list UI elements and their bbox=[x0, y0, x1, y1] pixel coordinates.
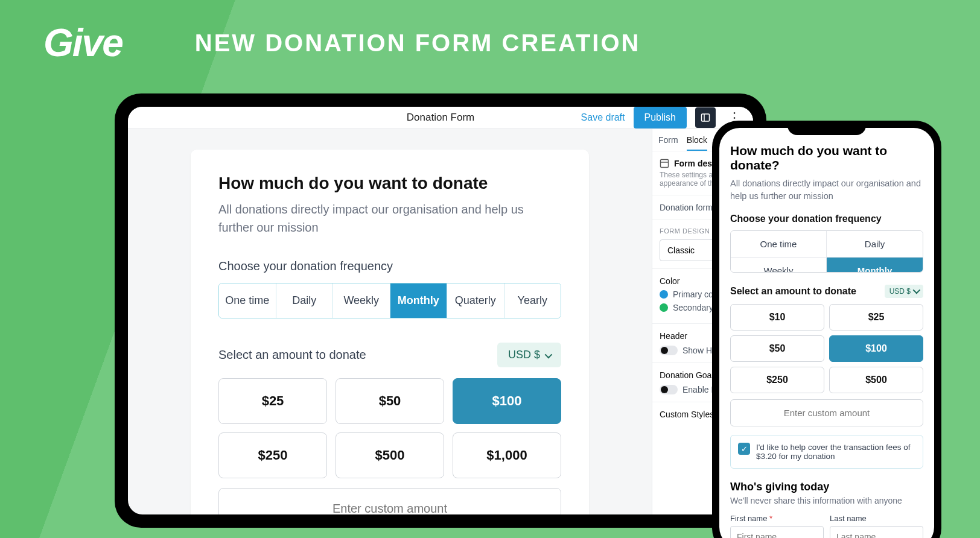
give-logo: Give bbox=[43, 21, 122, 65]
amount-option[interactable]: $1,000 bbox=[453, 432, 561, 478]
phone-freq-label: Choose your donation frequency bbox=[730, 214, 923, 224]
first-name-label: First name * bbox=[730, 514, 824, 523]
tab-block[interactable]: Block bbox=[687, 135, 707, 151]
phone-frequency-selector: One timeDailyWeeklyMonthlyQuaterlyYearly bbox=[730, 230, 923, 273]
publish-button[interactable]: Publish bbox=[634, 107, 687, 128]
last-name-input[interactable] bbox=[830, 526, 923, 538]
phone-amount-option[interactable]: $250 bbox=[730, 367, 824, 393]
transaction-fee-box[interactable]: ✓ I'd like to help cover the transaction… bbox=[730, 435, 923, 469]
panel-icon bbox=[701, 113, 710, 122]
who-giving-title: Who's giving today bbox=[730, 481, 923, 493]
editor-topbar: Donation Form Save draft Publish ⋮ bbox=[128, 107, 753, 129]
amount-option[interactable]: $250 bbox=[218, 432, 327, 478]
hero-title: NEW DONATION FORM CREATION bbox=[195, 30, 641, 57]
primary-swatch bbox=[660, 290, 668, 299]
freq-option-monthly[interactable]: Monthly bbox=[390, 283, 448, 318]
enable-goals-toggle[interactable] bbox=[660, 385, 678, 394]
check-icon: ✓ bbox=[741, 445, 748, 454]
phone-sub: All donations directly impact our organi… bbox=[730, 177, 923, 203]
amount-option[interactable]: $500 bbox=[336, 432, 444, 478]
first-name-input[interactable] bbox=[730, 526, 824, 538]
who-giving-sub: We'll never share this information with … bbox=[730, 496, 923, 505]
frequency-selector: One timeDailyWeeklyMonthlyQuaterlyYearly bbox=[218, 283, 561, 318]
phone-amount-option[interactable]: $10 bbox=[730, 304, 824, 331]
show-header-toggle[interactable] bbox=[660, 346, 678, 355]
fee-text: I'd like to help cover the transaction f… bbox=[756, 443, 915, 461]
chevron-down-icon bbox=[913, 287, 918, 296]
form-canvas: How much do you want to donate All donat… bbox=[128, 129, 652, 514]
phone-freq-option-one-time[interactable]: One time bbox=[731, 231, 827, 257]
layout-icon bbox=[660, 159, 669, 168]
freq-option-one-time[interactable]: One time bbox=[219, 283, 276, 318]
phone-amount-option[interactable]: $25 bbox=[829, 304, 923, 331]
phone-amount-label: Select an amount to donate bbox=[730, 286, 856, 297]
phone-custom-amount-input[interactable] bbox=[730, 399, 923, 426]
phone-amount-selector: $10$25$50$100$250$500 bbox=[730, 304, 923, 393]
amount-label: Select an amount to donate bbox=[218, 348, 366, 362]
amount-option[interactable]: $50 bbox=[336, 378, 444, 424]
phone-heading: How much do you want to donate? bbox=[730, 144, 923, 172]
amount-selector: $25$50$100$250$500$1,000 bbox=[218, 378, 561, 478]
freq-option-yearly[interactable]: Yearly bbox=[504, 283, 561, 318]
save-draft-button[interactable]: Save draft bbox=[581, 112, 625, 123]
tab-form[interactable]: Form bbox=[658, 135, 678, 151]
svg-rect-0 bbox=[702, 114, 710, 121]
panel-toggle-button[interactable] bbox=[695, 107, 716, 128]
custom-amount-input[interactable] bbox=[218, 488, 561, 514]
phone-freq-option-monthly[interactable]: Monthly bbox=[827, 258, 923, 273]
phone-freq-option-weekly[interactable]: Weekly bbox=[731, 258, 827, 273]
tablet-screen: Donation Form Save draft Publish ⋮ How m… bbox=[128, 107, 753, 514]
svg-rect-2 bbox=[661, 160, 669, 168]
phone-amount-option[interactable]: $500 bbox=[829, 367, 923, 393]
amount-option[interactable]: $100 bbox=[453, 378, 561, 424]
phone-amount-option[interactable]: $100 bbox=[829, 335, 923, 362]
tablet-device: Donation Form Save draft Publish ⋮ How m… bbox=[115, 93, 766, 528]
currency-value: USD $ bbox=[508, 349, 540, 361]
chevron-down-icon bbox=[545, 349, 550, 361]
freq-option-weekly[interactable]: Weekly bbox=[333, 283, 390, 318]
hero-header: Give NEW DONATION FORM CREATION bbox=[43, 21, 640, 65]
card-sub: All donations directly impact our organi… bbox=[218, 200, 561, 236]
card-heading: How much do you want to donate bbox=[218, 174, 561, 193]
phone-device: How much do you want to donate? All dona… bbox=[712, 121, 941, 538]
amount-option[interactable]: $25 bbox=[218, 378, 327, 424]
freq-option-quaterly[interactable]: Quaterly bbox=[447, 283, 504, 318]
fee-checkbox[interactable]: ✓ bbox=[738, 443, 750, 455]
last-name-label: Last name bbox=[830, 514, 923, 523]
frequency-label: Choose your donation frequency bbox=[218, 259, 561, 273]
secondary-swatch bbox=[660, 303, 668, 312]
phone-amount-option[interactable]: $50 bbox=[730, 335, 824, 362]
donation-card: How much do you want to donate All donat… bbox=[191, 150, 589, 514]
phone-freq-option-daily[interactable]: Daily bbox=[827, 231, 923, 257]
phone-screen: How much do you want to donate? All dona… bbox=[719, 128, 934, 538]
phone-currency-dropdown[interactable]: USD $ bbox=[885, 285, 923, 298]
phone-currency-value: USD $ bbox=[889, 287, 911, 296]
freq-option-daily[interactable]: Daily bbox=[276, 283, 334, 318]
currency-dropdown[interactable]: USD $ bbox=[497, 343, 561, 367]
